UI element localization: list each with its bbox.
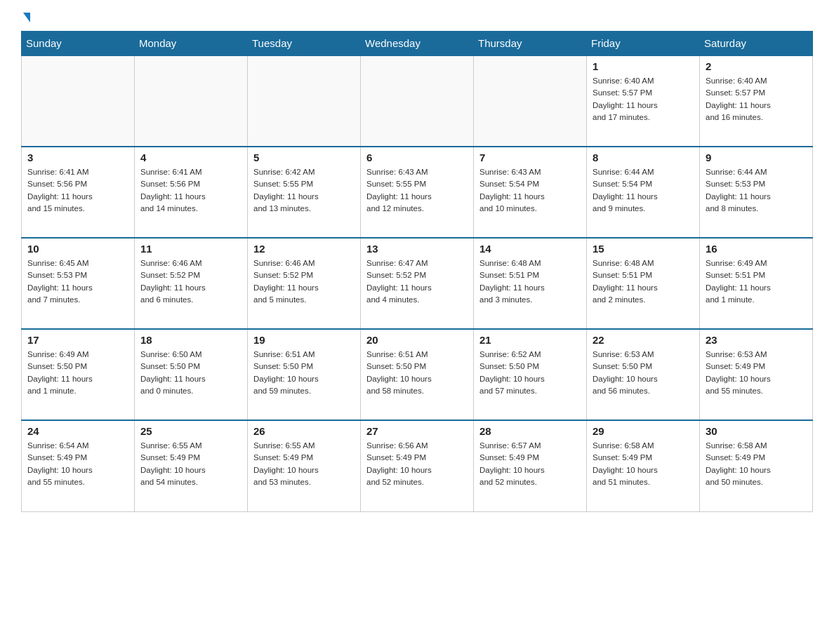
day-number: 10 [27,243,128,255]
day-number: 16 [706,243,807,255]
calendar-cell: 11Sunrise: 6:46 AMSunset: 5:52 PMDayligh… [135,238,248,329]
day-info: Sunrise: 6:55 AMSunset: 5:49 PMDaylight:… [140,440,241,488]
day-of-week-header: Tuesday [248,32,361,56]
day-info: Sunrise: 6:54 AMSunset: 5:49 PMDaylight:… [27,440,128,488]
calendar-cell: 28Sunrise: 6:57 AMSunset: 5:49 PMDayligh… [474,420,587,511]
calendar-cell: 29Sunrise: 6:58 AMSunset: 5:49 PMDayligh… [587,420,700,511]
day-info: Sunrise: 6:51 AMSunset: 5:50 PMDaylight:… [253,349,355,397]
calendar-cell: 19Sunrise: 6:51 AMSunset: 5:50 PMDayligh… [248,329,361,420]
calendar-cell: 23Sunrise: 6:53 AMSunset: 5:49 PMDayligh… [700,329,813,420]
day-info: Sunrise: 6:48 AMSunset: 5:51 PMDaylight:… [479,257,581,306]
calendar-table: SundayMondayTuesdayWednesdayThursdayFrid… [21,31,813,512]
calendar-cell: 27Sunrise: 6:56 AMSunset: 5:49 PMDayligh… [361,420,474,511]
calendar-cell: 6Sunrise: 6:43 AMSunset: 5:55 PMDaylight… [361,147,474,238]
calendar-cell: 3Sunrise: 6:41 AMSunset: 5:56 PMDaylight… [22,147,135,238]
calendar-cell: 8Sunrise: 6:44 AMSunset: 5:54 PMDaylight… [587,147,700,238]
logo [21,14,41,24]
calendar-cell [248,55,361,147]
day-number: 30 [706,425,807,437]
calendar-cell [361,55,474,147]
day-info: Sunrise: 6:57 AMSunset: 5:49 PMDaylight:… [479,440,581,488]
day-number: 29 [593,425,694,437]
day-number: 6 [366,152,468,163]
day-info: Sunrise: 6:46 AMSunset: 5:52 PMDaylight:… [140,257,241,306]
calendar-week-row: 1Sunrise: 6:40 AMSunset: 5:57 PMDaylight… [22,55,813,147]
day-info: Sunrise: 6:43 AMSunset: 5:54 PMDaylight:… [479,166,581,215]
calendar-cell: 4Sunrise: 6:41 AMSunset: 5:56 PMDaylight… [135,147,248,238]
day-number: 25 [140,425,241,437]
day-of-week-header: Monday [135,32,248,56]
day-info: Sunrise: 6:55 AMSunset: 5:49 PMDaylight:… [253,440,355,488]
day-info: Sunrise: 6:49 AMSunset: 5:50 PMDaylight:… [27,349,128,397]
calendar-cell: 22Sunrise: 6:53 AMSunset: 5:50 PMDayligh… [587,329,700,420]
calendar-cell: 30Sunrise: 6:58 AMSunset: 5:49 PMDayligh… [700,420,813,511]
day-info: Sunrise: 6:44 AMSunset: 5:53 PMDaylight:… [706,166,807,215]
day-info: Sunrise: 6:56 AMSunset: 5:49 PMDaylight:… [366,440,468,488]
day-info: Sunrise: 6:58 AMSunset: 5:49 PMDaylight:… [706,440,807,488]
calendar-cell: 25Sunrise: 6:55 AMSunset: 5:49 PMDayligh… [135,420,248,511]
day-info: Sunrise: 6:41 AMSunset: 5:56 PMDaylight:… [27,166,128,215]
calendar-cell [474,55,587,147]
day-number: 18 [140,334,241,346]
day-number: 21 [479,334,581,346]
logo-triangle-icon [23,13,30,22]
day-of-week-header: Friday [587,32,700,56]
day-info: Sunrise: 6:43 AMSunset: 5:55 PMDaylight:… [366,166,468,215]
day-number: 28 [479,425,581,437]
calendar-cell: 15Sunrise: 6:48 AMSunset: 5:51 PMDayligh… [587,238,700,329]
day-number: 24 [27,425,128,437]
day-number: 7 [479,152,581,163]
day-info: Sunrise: 6:49 AMSunset: 5:51 PMDaylight:… [706,257,807,306]
day-info: Sunrise: 6:50 AMSunset: 5:50 PMDaylight:… [140,349,241,397]
day-info: Sunrise: 6:58 AMSunset: 5:49 PMDaylight:… [593,440,694,488]
calendar-cell: 24Sunrise: 6:54 AMSunset: 5:49 PMDayligh… [22,420,135,511]
calendar-week-row: 24Sunrise: 6:54 AMSunset: 5:49 PMDayligh… [22,420,813,511]
calendar-cell: 14Sunrise: 6:48 AMSunset: 5:51 PMDayligh… [474,238,587,329]
day-number: 27 [366,425,468,437]
day-info: Sunrise: 6:44 AMSunset: 5:54 PMDaylight:… [593,166,694,215]
day-info: Sunrise: 6:51 AMSunset: 5:50 PMDaylight:… [366,349,468,397]
calendar-header-row: SundayMondayTuesdayWednesdayThursdayFrid… [22,32,813,56]
day-info: Sunrise: 6:48 AMSunset: 5:51 PMDaylight:… [593,257,694,306]
calendar-cell: 1Sunrise: 6:40 AMSunset: 5:57 PMDaylight… [587,55,700,147]
page-header [21,14,813,24]
day-number: 1 [593,60,694,72]
calendar-cell: 12Sunrise: 6:46 AMSunset: 5:52 PMDayligh… [248,238,361,329]
day-info: Sunrise: 6:53 AMSunset: 5:50 PMDaylight:… [593,349,694,397]
day-of-week-header: Sunday [22,32,135,56]
day-of-week-header: Wednesday [361,32,474,56]
day-info: Sunrise: 6:40 AMSunset: 5:57 PMDaylight:… [593,75,694,123]
day-number: 8 [593,152,694,163]
day-number: 15 [593,243,694,255]
day-info: Sunrise: 6:46 AMSunset: 5:52 PMDaylight:… [253,257,355,306]
calendar-week-row: 10Sunrise: 6:45 AMSunset: 5:53 PMDayligh… [22,238,813,329]
day-number: 4 [140,152,241,163]
day-info: Sunrise: 6:52 AMSunset: 5:50 PMDaylight:… [479,349,581,397]
calendar-cell [22,55,135,147]
calendar-week-row: 3Sunrise: 6:41 AMSunset: 5:56 PMDaylight… [22,147,813,238]
day-number: 2 [706,60,807,72]
calendar-cell: 26Sunrise: 6:55 AMSunset: 5:49 PMDayligh… [248,420,361,511]
day-info: Sunrise: 6:41 AMSunset: 5:56 PMDaylight:… [140,166,241,215]
day-number: 3 [27,152,128,163]
calendar-cell [135,55,248,147]
calendar-cell: 16Sunrise: 6:49 AMSunset: 5:51 PMDayligh… [700,238,813,329]
day-number: 11 [140,243,241,255]
calendar-week-row: 17Sunrise: 6:49 AMSunset: 5:50 PMDayligh… [22,329,813,420]
day-number: 26 [253,425,355,437]
day-number: 12 [253,243,355,255]
day-number: 5 [253,152,355,163]
day-number: 19 [253,334,355,346]
day-info: Sunrise: 6:40 AMSunset: 5:57 PMDaylight:… [706,75,807,123]
day-of-week-header: Thursday [474,32,587,56]
day-number: 17 [27,334,128,346]
calendar-cell: 5Sunrise: 6:42 AMSunset: 5:55 PMDaylight… [248,147,361,238]
day-of-week-header: Saturday [700,32,813,56]
calendar-cell: 18Sunrise: 6:50 AMSunset: 5:50 PMDayligh… [135,329,248,420]
day-info: Sunrise: 6:47 AMSunset: 5:52 PMDaylight:… [366,257,468,306]
day-number: 20 [366,334,468,346]
day-info: Sunrise: 6:53 AMSunset: 5:49 PMDaylight:… [706,349,807,397]
calendar-cell: 21Sunrise: 6:52 AMSunset: 5:50 PMDayligh… [474,329,587,420]
day-info: Sunrise: 6:42 AMSunset: 5:55 PMDaylight:… [253,166,355,215]
day-info: Sunrise: 6:45 AMSunset: 5:53 PMDaylight:… [27,257,128,306]
